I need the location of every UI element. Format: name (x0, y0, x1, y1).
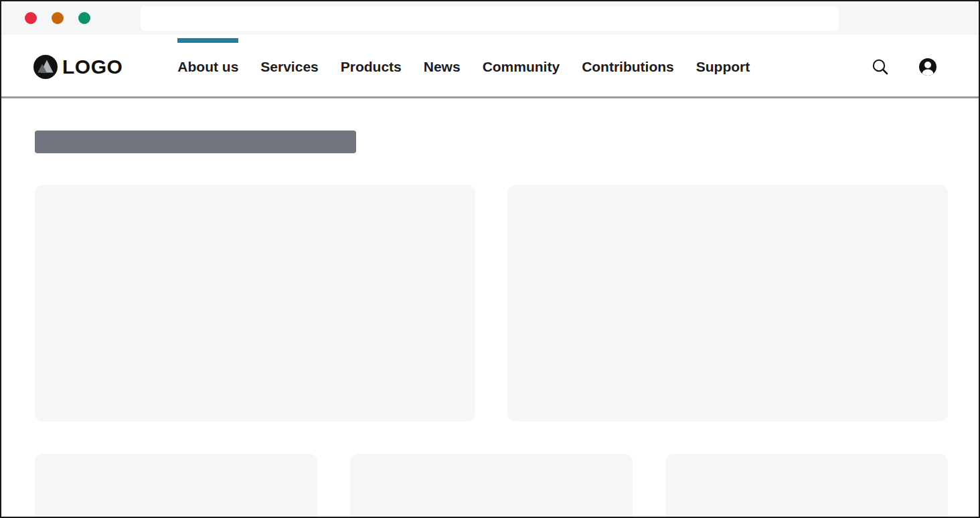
main-nav: About us Services Products News Communit… (177, 59, 750, 75)
content-card-placeholder (35, 185, 475, 422)
site-header: LOGO About us Services Products News Com… (1, 35, 979, 98)
nav-item-community[interactable]: Community (483, 59, 560, 75)
logo-mountain-icon (33, 55, 58, 79)
content-card-placeholder (35, 454, 317, 518)
browser-window: LOGO About us Services Products News Com… (0, 0, 980, 518)
user-avatar-icon (918, 58, 937, 76)
nav-item-support[interactable]: Support (696, 59, 750, 75)
nav-item-products[interactable]: Products (341, 59, 402, 75)
page-title-placeholder (35, 131, 356, 153)
search-button[interactable] (872, 58, 889, 76)
nav-item-contributions[interactable]: Contributions (582, 59, 674, 75)
content-card-placeholder (350, 454, 633, 518)
search-icon (872, 58, 889, 76)
traffic-light-maximize-button[interactable] (78, 12, 90, 24)
header-actions (872, 58, 937, 76)
nav-item-news[interactable]: News (424, 59, 461, 75)
traffic-light-close-button[interactable] (25, 12, 37, 24)
nav-item-services[interactable]: Services (260, 59, 318, 75)
site-logo[interactable]: LOGO (33, 55, 122, 79)
content-card-placeholder (507, 185, 948, 422)
browser-chrome (1, 1, 979, 35)
address-bar-input[interactable] (141, 6, 839, 31)
account-button[interactable] (918, 58, 937, 76)
nav-item-about-us[interactable]: About us (177, 59, 238, 75)
content-card-placeholder (665, 454, 948, 518)
logo-text: LOGO (62, 56, 122, 78)
traffic-light-minimize-button[interactable] (52, 12, 64, 24)
